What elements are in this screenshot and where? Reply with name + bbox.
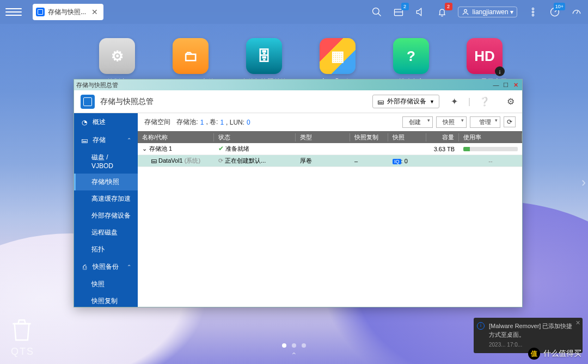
svg-rect-2 xyxy=(394,9,402,16)
app-tile-icon: ⚙ xyxy=(99,38,135,74)
qts-logo: QTS xyxy=(11,346,34,357)
volume-icon: 🖴 xyxy=(151,157,157,164)
dashboard-icon[interactable]: 10+ xyxy=(549,6,561,18)
svg-line-1 xyxy=(378,14,381,16)
app-icon xyxy=(81,95,95,109)
toast-close-button[interactable]: ✕ xyxy=(575,319,580,327)
volume-icon[interactable] xyxy=(414,6,426,18)
gauge-icon: ◔ xyxy=(81,119,88,126)
external-storage-button[interactable]: 🖴 外部存储设备 ▼ xyxy=(372,95,439,108)
svg-point-5 xyxy=(464,9,467,12)
more-icon[interactable] xyxy=(527,6,539,18)
sidebar: ◔ 概述 🖴 存储 ⌃ 磁盘 / VJBOD存储/快照高速缓存加速外部存储设备远… xyxy=(74,113,138,307)
svg-line-10 xyxy=(577,11,578,14)
sidebar-item-overview[interactable]: ◔ 概述 xyxy=(74,113,138,131)
maximize-button[interactable]: ☐ xyxy=(501,81,510,89)
main-menu-button[interactable] xyxy=(5,4,22,20)
manage-button[interactable]: 管理 xyxy=(470,116,500,128)
svg-point-0 xyxy=(372,8,379,15)
page-dots[interactable] xyxy=(282,343,306,348)
watermark: 值 什么值得买 xyxy=(528,348,581,360)
next-page-button[interactable]: › xyxy=(581,175,586,190)
app-tile-icon: 🗄 xyxy=(246,38,282,74)
drawer-icon[interactable]: 2 xyxy=(393,6,405,18)
bell-icon[interactable]: 2 xyxy=(436,6,448,18)
hdd-icon: 🖴 xyxy=(377,98,384,106)
search-icon[interactable] xyxy=(371,6,383,18)
sidebar-sub-storage-0[interactable]: 磁盘 / VJBOD xyxy=(74,149,138,174)
svg-point-8 xyxy=(532,14,534,16)
chevron-up-icon: ⌃ xyxy=(127,264,131,270)
table-row-pool[interactable]: ⌄ 存储池 1 ✔ 准备就绪 3.63 TB xyxy=(138,143,522,155)
status-ok-icon: ✔ xyxy=(218,145,224,152)
storage-manager-window: 存储与快照总管 — ☐ ✕ 存储与快照总管 🖴 外部存储设备 ▼ ✦ | ❔ ⚙ xyxy=(74,79,523,307)
sidebar-sub-storage-3[interactable]: 外部存储设备 xyxy=(74,207,138,224)
sidebar-sub-snapshot-0[interactable]: 快照 xyxy=(74,276,138,293)
window-title: 存储与快照总管 xyxy=(76,81,118,89)
sidebar-item-snapshot[interactable]: ⎙ 快照备份 ⌃ xyxy=(74,258,138,276)
chevron-up-icon: ⌃ xyxy=(127,137,131,143)
info-icon: i xyxy=(477,322,485,330)
help-icon[interactable]: ❔ xyxy=(480,97,489,107)
wizard-icon[interactable]: ✦ xyxy=(449,97,459,107)
spinner-icon: ⟳ xyxy=(218,157,223,164)
sidebar-sub-storage-1[interactable]: 存储/快照 xyxy=(74,174,138,190)
dashboard-toggle[interactable]: ⌃ xyxy=(291,351,297,360)
refresh-button[interactable]: ⟳ xyxy=(504,116,516,127)
toolbar-title: 存储与快照总管 xyxy=(100,97,154,107)
app-tile-icon: ? xyxy=(393,38,429,74)
chevron-down-icon: ▼ xyxy=(430,99,434,104)
toast-text: [Malware Remover] 已添加快捷方式至桌面。 xyxy=(489,322,577,339)
sidebar-sub-storage-4[interactable]: 远程磁盘 xyxy=(74,224,138,241)
taskbar-tab[interactable]: 存储与快照... ✕ xyxy=(33,4,103,20)
app-icon xyxy=(36,8,45,16)
trash-icon[interactable] xyxy=(11,316,33,342)
user-menu[interactable]: liangjianwen ▾ xyxy=(458,7,517,17)
svg-point-7 xyxy=(532,11,534,13)
sidebar-sub-storage-2[interactable]: 高速缓存加速 xyxy=(74,190,138,207)
table-header: 名称/代称 状态 类型 快照复制 快照 容量 使用率 xyxy=(138,131,522,143)
camera-icon: ⎙ xyxy=(81,263,88,271)
minimize-button[interactable]: — xyxy=(492,81,500,89)
tab-close-button[interactable]: ✕ xyxy=(89,8,100,16)
drawer-badge: 2 xyxy=(401,3,409,10)
sidebar-sub-snapshot-1[interactable]: 快照复制 xyxy=(74,293,138,307)
gear-icon[interactable]: ⚙ xyxy=(506,97,516,107)
crumb-label: 存储空间 xyxy=(144,118,170,127)
snap-badge: IQ xyxy=(393,159,401,164)
svg-point-6 xyxy=(532,8,534,10)
create-dropdown[interactable]: 创建 xyxy=(402,116,433,128)
sidebar-sub-storage-5[interactable]: 拓扑 xyxy=(74,241,138,258)
disk-icon: 🖴 xyxy=(81,137,88,144)
sidebar-item-storage[interactable]: 🖴 存储 ⌃ xyxy=(74,131,138,149)
app-tile-icon: 🗀 xyxy=(173,38,209,74)
dashboard-badge: 10+ xyxy=(554,3,565,10)
expand-icon[interactable]: ⌄ xyxy=(142,145,147,152)
gauge-icon[interactable] xyxy=(571,6,583,18)
usage-bar xyxy=(463,147,518,151)
table-row-volume[interactable]: 🖴 DataVol1 (系统) ⟳ 正在创建默认... 厚卷 – IQ: 0 -… xyxy=(138,155,522,167)
close-button[interactable]: ✕ xyxy=(511,81,520,89)
tab-title: 存储与快照... xyxy=(48,8,86,17)
app-tile-icon: ▦ xyxy=(320,38,356,74)
app-tile-icon: HD↓ xyxy=(467,38,503,74)
download-icon: ↓ xyxy=(495,66,505,76)
snapshot-dropdown[interactable]: 快照 xyxy=(436,116,467,128)
user-name: liangjianwen ▾ xyxy=(473,8,513,16)
bell-badge: 2 xyxy=(445,3,452,10)
